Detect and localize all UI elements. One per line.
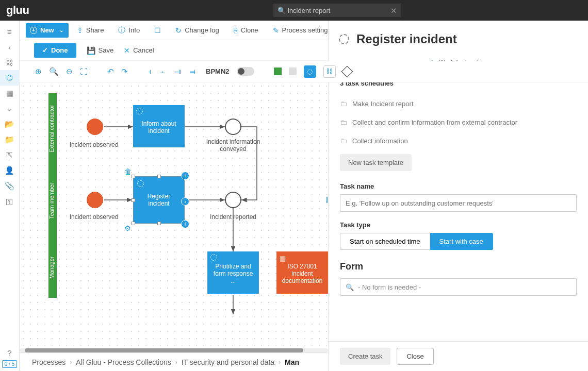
info-badge[interactable]: i	[181, 220, 189, 228]
clone-button[interactable]: ⎘Clone	[227, 23, 265, 38]
gateway-2[interactable]	[225, 192, 241, 208]
gateway-1[interactable]	[225, 119, 241, 135]
key-icon[interactable]: ⚿	[0, 194, 20, 209]
hierarchy-icon[interactable]: ⛓	[0, 55, 20, 70]
color-grey[interactable]	[289, 68, 297, 75]
redo-icon[interactable]: ↷	[121, 67, 128, 76]
lane-external-contractor[interactable]: External contractor	[48, 93, 57, 165]
scrollbar-thumb[interactable]	[25, 348, 303, 352]
share-button[interactable]: ⇪Share	[71, 23, 110, 38]
undo-icon[interactable]: ↶	[107, 67, 114, 76]
bookmark-button[interactable]: ☐	[148, 23, 167, 38]
save-button[interactable]: 💾Save	[87, 46, 114, 55]
info-label: Info	[128, 26, 140, 34]
task-type-segment: Start on scheduled time Start with case	[340, 233, 577, 250]
schedule-item[interactable]: 🗀Collect and confirm information from ex…	[340, 113, 577, 131]
seg-case-button[interactable]: Start with case	[430, 233, 493, 250]
cancel-label: Cancel	[133, 46, 154, 54]
breadcrumb: Processes› All Gluu - Process Collection…	[20, 352, 328, 371]
save-label: Save	[99, 46, 114, 54]
task-register-incident[interactable]: Register incident 🗑 + › i ⚙	[133, 176, 185, 224]
task-prioritize[interactable]: Priotitize and form response ...	[207, 251, 259, 294]
done-button[interactable]: ✓Done	[34, 43, 76, 58]
shape-gateway-button[interactable]	[341, 65, 353, 77]
loop-icon	[210, 254, 217, 261]
loop-icon	[137, 180, 144, 187]
task-label: ISO 27001 incident documentation	[281, 263, 324, 284]
form-select[interactable]: 🔍 - No form is needed -	[340, 278, 577, 296]
clear-search-icon[interactable]: ✕	[390, 6, 397, 15]
shape-subprocess-button[interactable]: ⛓	[323, 65, 336, 78]
align-bottom-icon[interactable]: ⫠	[159, 67, 167, 76]
cancel-button[interactable]: ✕Cancel	[124, 46, 154, 55]
canvas-scrollbar[interactable]	[20, 348, 328, 352]
folder-icon[interactable]: 📁	[0, 132, 20, 147]
align-right-icon[interactable]: ⫤	[189, 67, 197, 76]
bpmn-label: BPMN2	[206, 68, 230, 75]
bookmark-icon: ☐	[154, 26, 161, 35]
next-badge[interactable]: ›	[181, 197, 189, 206]
task-iso-doc[interactable]: ▥ISO 27001 incident documentation	[276, 251, 328, 294]
schedule-item[interactable]: 🗀Make Incident report	[340, 94, 577, 113]
task-name-input[interactable]	[340, 194, 577, 212]
zoom-fit-icon[interactable]: 🔍	[49, 67, 59, 76]
seg-scheduled-button[interactable]: Start on scheduled time	[340, 233, 430, 250]
editor-toolbar: ⊕ 🔍 ⊖ ⛶ ↶ ↷ ⫞ ⫠ ⫣ ⫤ BPMN2 ◌ ⛓	[20, 61, 588, 82]
add-badge[interactable]: +	[181, 172, 189, 180]
grid-icon[interactable]: ▦	[0, 86, 20, 101]
start-event-1[interactable]	[87, 119, 103, 135]
save-icon: 💾	[87, 46, 95, 55]
diagram-icon[interactable]: ⌬	[0, 70, 20, 86]
changelog-button[interactable]: ↻Change log	[169, 23, 225, 38]
new-button[interactable]: + New ⌄	[26, 23, 69, 38]
task-type-label: Task type	[340, 221, 577, 229]
new-task-template-button[interactable]: New task template	[340, 154, 412, 171]
clone-label: Clone	[241, 26, 258, 34]
search-input[interactable]	[273, 4, 401, 17]
align-left-icon[interactable]: ⫣	[174, 67, 182, 76]
task-name-label: Task name	[340, 182, 577, 190]
zoom-in-icon[interactable]: ⊕	[35, 67, 42, 76]
start-event-2[interactable]	[87, 192, 103, 208]
fullscreen-icon[interactable]: ⛶	[80, 67, 88, 76]
user-icon[interactable]: 👤	[0, 163, 20, 178]
zoom-out-icon[interactable]: ⊖	[66, 67, 73, 76]
bpmn-toggle[interactable]	[237, 67, 254, 76]
chevron-down-icon[interactable]: ⌄	[0, 101, 20, 116]
crumb-it-security[interactable]: IT security and personal data	[182, 358, 274, 366]
delete-icon[interactable]: 🗑	[124, 167, 132, 176]
close-button[interactable]: Close	[397, 348, 433, 365]
process-canvas[interactable]: External contractor Team member Manager …	[20, 82, 328, 348]
help-icon[interactable]: ?	[0, 345, 20, 360]
chevron-down-icon: ⌄	[59, 27, 63, 33]
align-top-icon[interactable]: ⫞	[148, 67, 152, 76]
folder-icon: 🗀	[340, 137, 347, 145]
back-icon[interactable]: ‹	[0, 39, 20, 55]
check-icon: ✓	[42, 46, 48, 54]
lane-manager[interactable]: Manager	[48, 237, 57, 298]
search-icon: 🔍	[277, 7, 286, 14]
shape-activity-button[interactable]: ◌	[304, 65, 316, 78]
lane-team-member[interactable]: Team member	[48, 165, 57, 237]
color-green[interactable]	[274, 68, 282, 75]
crumb-collections[interactable]: All Gluu - Process Collections	[76, 358, 171, 366]
folder-open-icon[interactable]: 📂	[0, 116, 20, 132]
task-inform-incident[interactable]: Inform about incident	[133, 105, 185, 147]
process-settings-button[interactable]: ✎Process settings	[267, 23, 337, 38]
menu-icon[interactable]: ≡	[0, 24, 20, 39]
gear-icon[interactable]: ⚙	[124, 224, 131, 232]
clone-icon: ⎘	[234, 26, 238, 35]
export-icon[interactable]: ⇱	[0, 147, 20, 163]
info-button[interactable]: ⓘInfo	[112, 23, 146, 38]
schedule-label: Collect information	[352, 137, 408, 145]
panel-title: Register incident	[356, 32, 457, 46]
plus-icon: +	[30, 27, 37, 34]
rail-counter: 0 / 5	[2, 360, 17, 368]
wand-icon: ✎	[273, 26, 279, 35]
crumb-processes[interactable]: Processes	[32, 358, 66, 366]
caption-observed-1: Incident observed	[63, 141, 125, 148]
top-bar: gluu 🔍 ✕	[0, 0, 588, 21]
create-task-button[interactable]: Create task	[340, 348, 390, 365]
attachment-icon[interactable]: 📎	[0, 178, 20, 194]
schedule-item[interactable]: 🗀Collect information	[340, 131, 577, 150]
